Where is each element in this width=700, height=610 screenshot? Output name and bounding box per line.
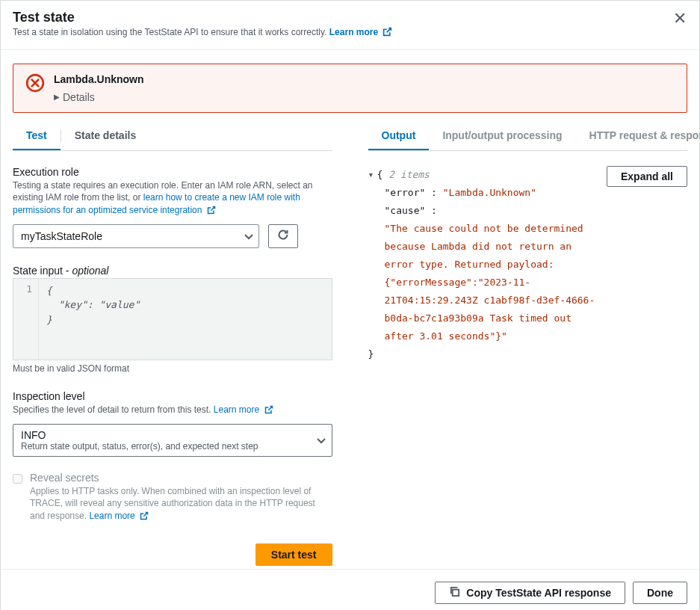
cause-value: "The cause could not be determined becau… bbox=[368, 220, 598, 345]
left-tabs: Test State details bbox=[13, 122, 332, 151]
inspection-label: Inspection level bbox=[13, 390, 332, 402]
external-link-icon bbox=[382, 27, 392, 39]
modal-header: Test state Test a state in isolation usi… bbox=[1, 1, 699, 50]
reveal-learn-more-link[interactable]: Learn more bbox=[89, 511, 149, 521]
inspection-desc: Specifies the level of detail to return … bbox=[13, 404, 332, 418]
right-panel: Output Input/output processing HTTP requ… bbox=[350, 122, 688, 567]
state-input-label: State input - optional bbox=[13, 265, 332, 277]
modal-subtitle: Test a state in isolation using the Test… bbox=[13, 27, 687, 39]
modal-footer: Copy TestState API response Done bbox=[1, 569, 699, 610]
close-icon: ✕ bbox=[673, 9, 687, 28]
copy-icon bbox=[449, 586, 460, 600]
svg-rect-1 bbox=[453, 590, 459, 596]
caret-down-icon bbox=[317, 434, 326, 446]
external-link-icon bbox=[140, 511, 149, 524]
reveal-secrets-row: Reveal secrets Applies to HTTP tasks onl… bbox=[13, 472, 332, 524]
tab-output[interactable]: Output bbox=[368, 122, 430, 150]
error-alert: Lambda.Unknown ▶ Details bbox=[13, 64, 687, 113]
exec-role-desc: Testing a state requires an execution ro… bbox=[13, 179, 332, 218]
external-link-icon bbox=[264, 405, 273, 418]
reveal-secrets-label: Reveal secrets bbox=[30, 472, 332, 484]
expand-all-button[interactable]: Expand all bbox=[607, 166, 687, 187]
reveal-secrets-checkbox bbox=[13, 474, 22, 484]
editor-code[interactable]: { "key": "value" } bbox=[39, 279, 332, 360]
inspection-level-select[interactable]: INFO Return state output, status, error(… bbox=[13, 424, 332, 457]
right-tabs: Output Input/output processing HTTP requ… bbox=[368, 122, 688, 151]
exec-role-select[interactable]: myTaskStateRole bbox=[13, 224, 259, 248]
tab-test[interactable]: Test bbox=[13, 122, 61, 150]
close-button[interactable]: ✕ bbox=[669, 8, 690, 29]
json-hint: Must be in valid JSON format bbox=[13, 363, 332, 374]
alert-details-toggle[interactable]: ▶ Details bbox=[54, 91, 95, 103]
modal-title: Test state bbox=[13, 10, 687, 25]
caret-right-icon: ▶ bbox=[54, 93, 60, 101]
state-input-editor[interactable]: 1 { "key": "value" } bbox=[13, 278, 332, 360]
output-json: ▾{ 2 items "error" : "Lambda.Unknown" "c… bbox=[368, 166, 598, 364]
inspection-learn-more-link[interactable]: Learn more bbox=[214, 404, 273, 415]
refresh-icon bbox=[277, 229, 289, 243]
copy-response-button[interactable]: Copy TestState API response bbox=[435, 582, 625, 604]
alert-title: Lambda.Unknown bbox=[54, 73, 675, 85]
reveal-secrets-desc: Applies to HTTP tasks only. When combine… bbox=[30, 485, 332, 524]
refresh-button[interactable] bbox=[268, 224, 298, 248]
start-test-button[interactable]: Start test bbox=[255, 543, 332, 566]
collapse-toggle[interactable]: ▾ bbox=[368, 166, 377, 184]
tab-io-processing: Input/output processing bbox=[429, 122, 575, 150]
editor-gutter: 1 bbox=[13, 279, 39, 360]
done-button[interactable]: Done bbox=[633, 582, 687, 604]
tab-state-details[interactable]: State details bbox=[61, 122, 149, 150]
learn-more-link[interactable]: Learn more bbox=[329, 27, 393, 37]
exec-role-label: Execution role bbox=[13, 166, 332, 178]
external-link-icon bbox=[207, 206, 216, 218]
test-state-modal: Test state Test a state in isolation usi… bbox=[0, 0, 700, 610]
error-icon bbox=[25, 73, 45, 93]
left-panel: Test State details Execution role Testin… bbox=[13, 122, 350, 567]
tab-http: HTTP request & response bbox=[576, 122, 700, 150]
